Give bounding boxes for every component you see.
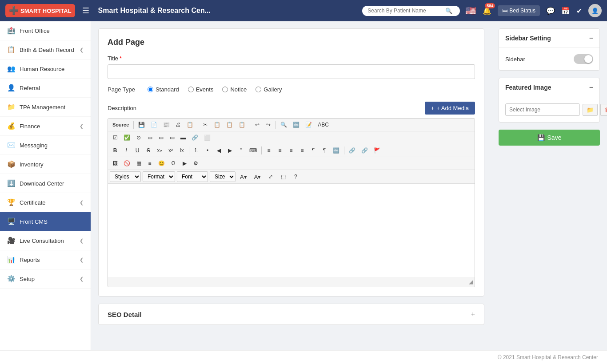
sidebar-item-human-resource[interactable]: 👥 Human Resource xyxy=(0,59,91,79)
special-char-button[interactable]: Ω xyxy=(168,158,179,168)
user-avatar[interactable]: 👤 xyxy=(588,4,602,17)
preview-button[interactable]: 🖨 xyxy=(173,120,184,130)
align-center-button[interactable]: ≡ xyxy=(275,146,285,155)
remove-format-button[interactable]: Ix xyxy=(176,146,187,155)
increase-indent-button[interactable]: ▶ xyxy=(224,146,235,155)
textarea-button[interactable]: ▭ xyxy=(156,133,166,142)
paste-button[interactable]: 📋 xyxy=(224,120,236,130)
radio-standard[interactable]: Standard xyxy=(148,86,179,93)
bold-button[interactable]: B xyxy=(110,146,120,155)
featured-image-collapse[interactable]: − xyxy=(589,83,593,91)
cut-button[interactable]: ✂ xyxy=(200,120,211,130)
sidebar-item-inventory[interactable]: 📦 Inventory xyxy=(0,155,91,174)
flag-icon[interactable]: 🇺🇸 xyxy=(465,5,476,16)
subscript-button[interactable]: x₂ xyxy=(154,146,165,155)
image-path-input[interactable] xyxy=(505,103,580,116)
radio-btn-toolbar[interactable]: ⊙ xyxy=(133,133,144,142)
sidebar-toggle[interactable] xyxy=(574,54,593,64)
language-button[interactable]: 🔤 xyxy=(330,146,342,155)
whatsapp-icon[interactable]: 💬 xyxy=(546,7,555,15)
checkbox-button[interactable]: ✅ xyxy=(121,133,133,142)
copy-button[interactable]: 📋 xyxy=(211,120,223,130)
sidebar-item-setup[interactable]: ⚙️ Setup ❮ xyxy=(0,269,91,289)
settings-button[interactable]: ⚙ xyxy=(190,158,201,168)
font-select[interactable]: Font xyxy=(177,171,208,182)
styles-select[interactable]: Styles xyxy=(110,171,141,182)
calendar-icon[interactable]: 📅 xyxy=(561,7,570,15)
find-button[interactable]: 🔍 xyxy=(278,120,290,130)
sidebar-item-certificate[interactable]: 🏆 Certificate ❮ xyxy=(0,193,91,212)
show-blocks-button[interactable]: ⬚ xyxy=(278,172,288,182)
sidebar-item-reports[interactable]: 📊 Reports ❮ xyxy=(0,250,91,269)
ordered-list-button[interactable]: 1. xyxy=(191,146,202,155)
superscript-button[interactable]: x² xyxy=(165,146,176,155)
size-select[interactable]: Size xyxy=(210,171,236,182)
help-button[interactable]: ? xyxy=(290,172,301,182)
resize-handle[interactable]: ◢ xyxy=(469,279,473,285)
editor-body[interactable] xyxy=(108,184,475,277)
seo-header[interactable]: SEO Detail + xyxy=(99,304,484,324)
code-block-button[interactable]: ⌨ xyxy=(247,146,260,155)
save-button[interactable]: 💾 Save xyxy=(499,130,600,146)
print-button[interactable]: 📋 xyxy=(184,120,196,130)
underline-button[interactable]: U xyxy=(132,146,143,155)
redo-button[interactable]: ↪ xyxy=(263,120,274,130)
sidebar-setting-collapse[interactable]: − xyxy=(589,34,593,42)
notification-icon[interactable]: 🔔 584 xyxy=(483,7,491,15)
delete-image-button[interactable]: 🗑 xyxy=(600,104,607,116)
select-button[interactable]: ▭ xyxy=(167,133,177,142)
sidebar-item-tpa[interactable]: 📁 TPA Management xyxy=(0,98,91,117)
title-input[interactable] xyxy=(108,64,475,79)
bed-status-button[interactable]: 🛏 Bed Status xyxy=(498,5,540,16)
format-select[interactable]: Format xyxy=(143,171,175,182)
imagemap-button[interactable]: 🔗 xyxy=(189,133,201,142)
bg-color-button[interactable]: A▾ xyxy=(252,172,264,182)
radio-notice[interactable]: Notice xyxy=(222,86,247,93)
sidebar-item-download-center[interactable]: ⬇️ Download Center xyxy=(0,174,91,193)
blockquote-button[interactable]: " xyxy=(236,146,246,155)
undo-button[interactable]: ↩ xyxy=(252,120,263,130)
maximize-button[interactable]: ⤢ xyxy=(265,172,276,182)
hamburger-icon[interactable]: ☰ xyxy=(82,6,89,16)
unordered-list-button[interactable]: • xyxy=(202,146,213,155)
sidebar-item-birth-death[interactable]: 📋 Birth & Death Record ❮ xyxy=(0,40,91,59)
save-toolbar-button[interactable]: 💾 xyxy=(136,120,148,130)
search-input[interactable] xyxy=(367,8,445,14)
templates-button[interactable]: 📰 xyxy=(160,120,172,130)
decrease-indent-button[interactable]: ◀ xyxy=(213,146,224,155)
unlink-button[interactable]: 🔗 xyxy=(359,146,371,155)
replace-button[interactable]: 🔤 xyxy=(290,120,302,130)
button-toolbar[interactable]: ▬ xyxy=(178,133,188,142)
flash-button[interactable]: 🚫 xyxy=(121,158,133,168)
align-right-button[interactable]: ≡ xyxy=(286,146,296,155)
add-media-button[interactable]: + + Add Media xyxy=(425,102,475,115)
select-all-button[interactable]: 📝 xyxy=(303,120,315,130)
image-button[interactable]: 🖼 xyxy=(110,158,120,168)
text-dir-rtl-button[interactable]: ¶ xyxy=(319,146,330,155)
spellcheck-button[interactable]: ABC xyxy=(315,120,331,130)
sidebar-item-front-cms[interactable]: 🖥️ Front CMS xyxy=(0,212,91,231)
text-dir-ltr-button[interactable]: ¶ xyxy=(308,146,319,155)
source-button[interactable]: Source xyxy=(110,120,132,130)
paste-text-button[interactable]: 📋 xyxy=(236,120,248,130)
tasks-icon[interactable]: ✔ xyxy=(576,7,582,15)
horizontal-rule-button[interactable]: ≡ xyxy=(144,158,155,168)
strikethrough-button[interactable]: S xyxy=(143,146,154,155)
insert-html-button[interactable]: ▶ xyxy=(179,158,190,168)
sidebar-item-messaging[interactable]: ✉️ Messaging xyxy=(0,136,91,155)
new-page-button[interactable]: 📄 xyxy=(148,120,160,130)
emoji-button[interactable]: 😊 xyxy=(156,158,168,168)
italic-button[interactable]: I xyxy=(121,146,132,155)
align-left-button[interactable]: ≡ xyxy=(264,146,274,155)
sidebar-item-finance[interactable]: 💰 Finance ❮ xyxy=(0,117,91,136)
iframe-button[interactable]: ⬜ xyxy=(201,133,213,142)
link-button[interactable]: 🔗 xyxy=(346,146,358,155)
table-button[interactable]: ▦ xyxy=(133,158,144,168)
radio-events[interactable]: Events xyxy=(188,86,214,93)
anchor-button[interactable]: 🚩 xyxy=(371,146,383,155)
radio-gallery[interactable]: Gallery xyxy=(256,86,282,93)
align-justify-button[interactable]: ≡ xyxy=(297,146,307,155)
browse-image-button[interactable]: 📁 xyxy=(583,104,598,116)
sidebar-item-front-office[interactable]: 🏥 Front Office xyxy=(0,21,91,40)
font-color-button[interactable]: A▾ xyxy=(237,172,250,182)
